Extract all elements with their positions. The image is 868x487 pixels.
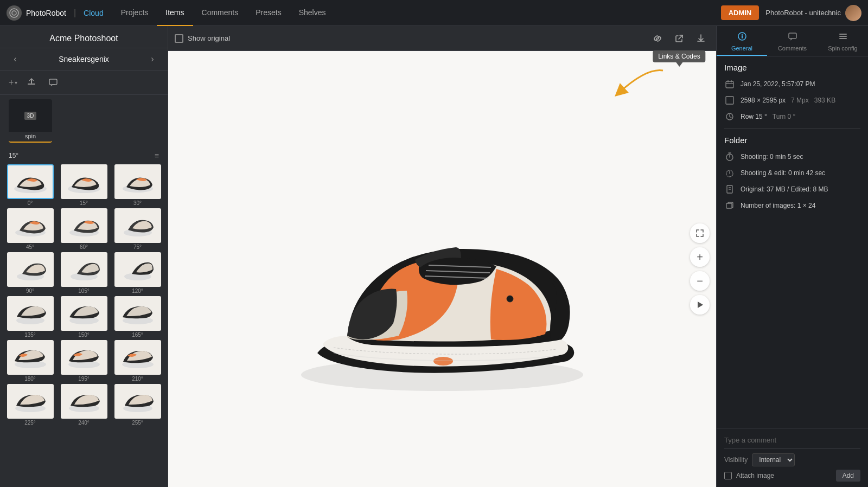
thumb-cell-30[interactable]: 30° bbox=[112, 164, 163, 206]
thumb-cell-165[interactable]: 165° bbox=[112, 296, 163, 338]
original-size-row: Original: 37 MB / Edited: 8 MB bbox=[724, 184, 860, 195]
external-link-container: Links & Codes bbox=[671, 30, 688, 47]
nav-items: Projects Items Comments Presets Shelves bbox=[112, 0, 721, 26]
thumb-cell-210[interactable]: 210° bbox=[112, 340, 163, 382]
tab-spin-config[interactable]: Spin config bbox=[818, 26, 868, 56]
thumb-cell-90[interactable]: 90° bbox=[4, 252, 56, 294]
thumb-cell-135[interactable]: 135° bbox=[4, 296, 56, 338]
thumbnail-grid: 0° 15° 30° bbox=[4, 162, 163, 428]
spin-item[interactable]: 3D spin bbox=[9, 99, 52, 143]
logo-name: PhotoRobot bbox=[26, 9, 66, 17]
nav-item-items[interactable]: Items bbox=[157, 0, 193, 26]
nav-item-shelves[interactable]: Shelves bbox=[290, 0, 335, 26]
thumbnail-area: 15° ≡ 0° 15° bbox=[0, 147, 168, 487]
fullscreen-button[interactable] bbox=[690, 223, 710, 243]
admin-button[interactable]: ADMIN bbox=[721, 5, 760, 20]
prev-item-button[interactable]: ‹ bbox=[9, 53, 22, 66]
thumb-angle-15: 15° bbox=[80, 200, 88, 206]
selected-degree-label: 15° bbox=[9, 152, 18, 159]
thumb-angle-30: 30° bbox=[133, 200, 142, 206]
thumb-angle-150: 150° bbox=[78, 332, 90, 338]
thumb-img-75 bbox=[114, 208, 161, 243]
section-divider-1 bbox=[724, 129, 860, 129]
next-item-button[interactable]: › bbox=[146, 53, 159, 66]
dimensions-icon bbox=[724, 95, 735, 106]
download-button[interactable] bbox=[692, 30, 710, 47]
show-original-checkbox[interactable] bbox=[175, 34, 183, 43]
thumb-angle-120: 120° bbox=[132, 288, 143, 294]
thumb-cell-105[interactable]: 105° bbox=[58, 252, 110, 294]
play-button[interactable] bbox=[690, 295, 710, 315]
thumb-img-195 bbox=[61, 340, 107, 375]
visibility-label: Visibility bbox=[724, 456, 748, 464]
nav-item-comments[interactable]: Comments bbox=[193, 0, 247, 26]
upload-button[interactable] bbox=[24, 75, 39, 90]
thumb-img-255 bbox=[114, 384, 161, 419]
thumb-cell-75[interactable]: 75° bbox=[112, 208, 163, 250]
shooting-edit-time: Shooting & edit: 0 min 42 sec bbox=[741, 169, 825, 177]
tab-general[interactable]: General bbox=[717, 26, 767, 56]
thumb-angle-255: 255° bbox=[132, 420, 143, 426]
svg-point-33 bbox=[742, 34, 743, 35]
center-toolbar-right: Links & Codes bbox=[649, 30, 710, 47]
center-area: Show original bbox=[168, 26, 716, 487]
thumb-img-180 bbox=[7, 340, 54, 375]
thumb-img-105 bbox=[61, 252, 107, 287]
image-megapixels: 7 Mpx bbox=[791, 97, 809, 104]
zoom-out-button[interactable]: − bbox=[690, 271, 710, 291]
add-icon: + bbox=[9, 78, 14, 87]
logo-icon bbox=[7, 5, 22, 21]
tooltip-content: Links & Codes bbox=[653, 50, 705, 62]
cloud-label[interactable]: Cloud bbox=[84, 9, 104, 17]
image-file-size: 393 KB bbox=[814, 97, 835, 104]
thumb-img-120 bbox=[114, 252, 161, 287]
thumb-cell-60[interactable]: 60° bbox=[58, 208, 110, 250]
image-dimensions-row: 2598 × 2595 px 7 Mpx 393 KB bbox=[724, 95, 860, 106]
image-row-info: Row 15 ° bbox=[741, 113, 767, 120]
original-size: Original: 37 MB / Edited: 8 MB bbox=[741, 185, 828, 193]
thumb-cell-240[interactable]: 240° bbox=[58, 384, 110, 426]
add-item-button[interactable]: + ▾ bbox=[9, 78, 17, 87]
thumb-angle-195: 195° bbox=[78, 376, 90, 382]
external-link-button[interactable] bbox=[671, 30, 688, 47]
svg-rect-34 bbox=[789, 33, 796, 39]
thumb-angle-210: 210° bbox=[132, 376, 143, 382]
thumb-cell-15[interactable]: 15° bbox=[58, 164, 110, 206]
thumb-img-90 bbox=[7, 252, 54, 287]
calendar-icon bbox=[724, 79, 735, 89]
attach-image-checkbox[interactable] bbox=[724, 472, 732, 479]
link-button[interactable] bbox=[649, 30, 666, 47]
spin-label: spin bbox=[25, 132, 36, 142]
svg-point-1 bbox=[12, 11, 16, 15]
thumb-img-210 bbox=[114, 340, 161, 375]
thumb-img-45 bbox=[7, 208, 54, 243]
thumb-img-240 bbox=[61, 384, 107, 419]
thumb-cell-225[interactable]: 225° bbox=[4, 384, 56, 426]
thumb-cell-150[interactable]: 150° bbox=[58, 296, 110, 338]
thumb-cell-45[interactable]: 45° bbox=[4, 208, 56, 250]
thumb-cell-120[interactable]: 120° bbox=[112, 252, 163, 294]
svg-rect-42 bbox=[726, 97, 733, 104]
visibility-select[interactable]: Internal bbox=[752, 453, 795, 466]
nav-item-presets[interactable]: Presets bbox=[247, 0, 290, 26]
svg-rect-49 bbox=[726, 203, 732, 208]
thumb-cell-255[interactable]: 255° bbox=[112, 384, 163, 426]
add-comment-button[interactable]: Add bbox=[836, 470, 860, 482]
thumb-cell-180[interactable]: 180° bbox=[4, 340, 56, 382]
grid-filter-icon[interactable]: ≡ bbox=[155, 151, 159, 160]
tab-comments-label: Comments bbox=[778, 45, 807, 52]
tab-comments[interactable]: Comments bbox=[767, 26, 818, 56]
viewer-controls: + − bbox=[690, 223, 710, 315]
folder-section-title: Folder bbox=[724, 136, 860, 145]
comment-input[interactable] bbox=[724, 434, 860, 449]
images-count-icon bbox=[724, 200, 735, 211]
spin-3d-badge: 3D bbox=[24, 112, 37, 120]
comment-button[interactable] bbox=[46, 75, 61, 90]
zoom-in-button[interactable]: + bbox=[690, 247, 710, 267]
thumb-cell-0[interactable]: 0° bbox=[4, 164, 56, 206]
thumb-cell-195[interactable]: 195° bbox=[58, 340, 110, 382]
thumb-img-225 bbox=[7, 384, 54, 419]
shooting-time: Shooting: 0 min 5 sec bbox=[741, 153, 803, 161]
nav-item-projects[interactable]: Projects bbox=[112, 0, 157, 26]
show-original-area: Show original bbox=[175, 34, 230, 43]
